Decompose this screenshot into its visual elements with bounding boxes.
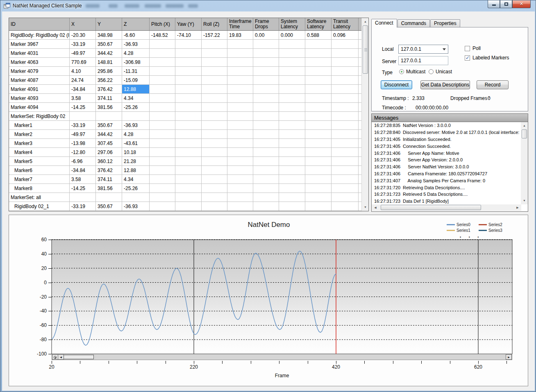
grid-cell[interactable] (175, 166, 202, 174)
grid-cell[interactable] (279, 193, 305, 202)
grid-cell[interactable] (253, 130, 279, 138)
grid-cell[interactable] (202, 67, 227, 75)
grid-cell[interactable] (175, 94, 202, 102)
grid-cell[interactable] (202, 58, 227, 66)
grid-cell[interactable] (175, 184, 202, 193)
grid-cell[interactable] (150, 85, 175, 93)
grid-cell[interactable] (332, 202, 359, 211)
chart-zoom-reset-button[interactable] (52, 354, 58, 360)
grid-cell[interactable] (150, 175, 175, 184)
grid-cell[interactable] (305, 121, 332, 129)
scroll-up-icon[interactable]: ▲ (362, 18, 368, 25)
tab-connect[interactable]: Connect (371, 19, 397, 27)
grid-cell[interactable]: 0.00 (253, 31, 279, 39)
message-row[interactable]: 16:27:31:723Data Def 1 [RigidBody] (372, 198, 521, 204)
grid-cell[interactable]: -157.22 (202, 31, 227, 39)
grid-cell[interactable] (332, 76, 359, 84)
grid-cell[interactable] (227, 184, 253, 193)
grid-cell[interactable]: RigidBody: RigidBody 02 (I... (9, 31, 70, 39)
grid-cell[interactable] (305, 103, 332, 111)
grid-cell[interactable]: Marker 4091 (9, 85, 70, 93)
grid-cell[interactable] (175, 121, 202, 129)
message-row[interactable]: 16:27:31:720Retrieving Data Descriptions… (372, 184, 521, 191)
tab-properties[interactable]: Properties (430, 19, 460, 27)
grid-cell[interactable] (175, 139, 202, 147)
grid-cell[interactable] (332, 193, 359, 202)
grid-cell[interactable] (96, 112, 122, 120)
grid-cell[interactable]: 4.28 (122, 130, 150, 138)
grid-cell[interactable]: -6.60 (122, 31, 150, 39)
grid-cell[interactable] (332, 67, 359, 75)
grid-cell[interactable]: 307.45 (96, 139, 122, 147)
grid-cell[interactable] (202, 166, 227, 174)
grid-cell[interactable] (227, 166, 253, 174)
grid-cell[interactable] (332, 40, 359, 48)
grid-cell[interactable]: -74.10 (175, 31, 202, 39)
grid-cell[interactable]: -20.30 (70, 31, 96, 39)
grid-cell[interactable]: -6.96 (70, 157, 96, 165)
message-row[interactable]: 16:27:31:406 Server App Name: Motive (372, 150, 521, 156)
grid-cell[interactable]: Marker4 (9, 148, 70, 156)
grid-cell[interactable] (253, 103, 279, 111)
grid-cell[interactable] (150, 184, 175, 193)
grid-cell[interactable] (332, 112, 359, 120)
grid-cell[interactable] (175, 157, 202, 165)
column-header-y[interactable]: Y (96, 18, 122, 30)
message-row[interactable]: 16:27:28:840Discovered server: Motive 2.… (372, 129, 521, 136)
grid-cell[interactable] (332, 130, 359, 138)
grid-cell[interactable] (253, 58, 279, 66)
grid-cell[interactable]: 148.81 (96, 58, 122, 66)
grid-cell[interactable] (150, 148, 175, 156)
grid-cell[interactable]: -33.19 (70, 121, 96, 129)
message-row[interactable]: 16:27:31:405Connection Succeeded. (372, 143, 521, 150)
grid-cell[interactable] (253, 148, 279, 156)
record-button[interactable]: Record (477, 80, 509, 89)
grid-cell[interactable] (305, 67, 332, 75)
grid-vertical-scrollbar[interactable]: ▲ ▼ (361, 18, 368, 211)
grid-cell[interactable]: 770.69 (70, 58, 96, 66)
grid-cell[interactable]: -14.25 (70, 103, 96, 111)
column-header-interframe-time[interactable]: Interframe Time (227, 18, 253, 30)
grid-cell[interactable] (150, 139, 175, 147)
grid-cell[interactable]: 3.58 (70, 175, 96, 184)
message-row[interactable]: 16:27:31:405Initialization Succeeded. (372, 136, 521, 143)
message-row[interactable]: 16:27:28:835NatNet Version : 3.0.0.0 (372, 122, 521, 129)
grid-cell[interactable]: Marker 4063 (9, 58, 70, 66)
grid-cell[interactable]: -11.31 (122, 67, 150, 75)
column-header-yaw-y-[interactable]: Yaw (Y) (175, 18, 202, 30)
grid-cell[interactable] (175, 76, 202, 84)
grid-cell[interactable] (253, 49, 279, 57)
grid-cell[interactable] (175, 112, 202, 120)
grid-cell[interactable]: 356.22 (96, 76, 122, 84)
grid-cell[interactable]: -49.97 (70, 49, 96, 57)
menu-item-blurred-1[interactable] (86, 4, 100, 8)
grid-cell[interactable] (175, 103, 202, 111)
grid-cell[interactable] (305, 157, 332, 165)
chart-horizontal-scrollbar[interactable]: ◀ ▶ (52, 354, 512, 360)
grid-cell[interactable] (175, 85, 202, 93)
column-header-z[interactable]: Z (122, 18, 150, 30)
multicast-radio[interactable]: Multicast (399, 69, 425, 75)
grid-cell[interactable]: 348.98 (96, 31, 122, 39)
grid-cell[interactable]: MarkerSet: RigidBody 02 (9, 112, 70, 120)
grid-cell[interactable]: 21.28 (122, 157, 150, 165)
grid-cell[interactable] (332, 85, 359, 93)
grid-cell[interactable] (227, 157, 253, 165)
grid-cell[interactable]: Marker7 (9, 175, 70, 184)
grid-cell[interactable]: Marker8 (9, 184, 70, 193)
grid-cell[interactable] (150, 67, 175, 75)
disconnect-button[interactable]: Disconnect (381, 80, 412, 89)
grid-cell[interactable] (305, 85, 332, 93)
grid-cell[interactable] (150, 202, 175, 211)
grid-cell[interactable]: -36.93 (122, 121, 150, 129)
grid-cell[interactable]: 12.88 (122, 166, 150, 174)
message-row[interactable]: 16:27:31:406 Server App Version: 2.0.0.0 (372, 156, 521, 163)
grid-cell[interactable] (332, 175, 359, 184)
grid-cell[interactable] (150, 94, 175, 102)
grid-cell[interactable] (202, 193, 227, 202)
grid-cell[interactable] (253, 76, 279, 84)
grid-cell[interactable] (227, 40, 253, 48)
grid-cell[interactable] (150, 103, 175, 111)
grid-cell[interactable] (279, 184, 305, 193)
menu-item-blurred-5[interactable] (166, 4, 184, 8)
